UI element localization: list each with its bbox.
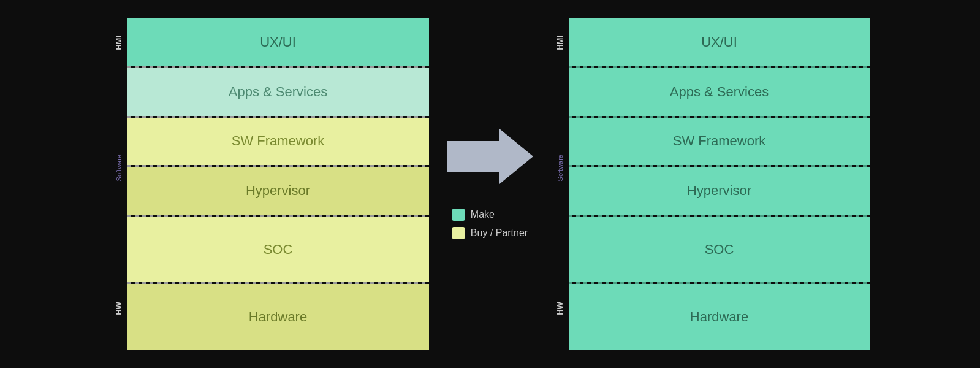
right-hmi-label: HMI (555, 36, 564, 50)
legend-buy-color (452, 227, 465, 239)
legend-buy-label: Buy / Partner (471, 228, 528, 239)
right-layer-swfw: SW Framework (569, 118, 870, 166)
left-hw-label: HW (114, 302, 123, 315)
legend-make: Make (452, 209, 528, 221)
right-diagram: HMI Software HW UX/UI Apps & Services SW… (552, 18, 870, 350)
right-layer-soc: SOC (569, 217, 870, 282)
left-layer-apps: Apps & Services (127, 68, 429, 116)
left-hmi-label: HMI (114, 36, 123, 50)
left-diagram: HMI Software HW UX/UI Apps & Services SW… (110, 18, 429, 350)
left-layer-hw: Hardware (127, 284, 429, 350)
main-container: HMI Software HW UX/UI Apps & Services SW… (0, 0, 980, 368)
right-layer-hyp: Hypervisor (569, 167, 870, 215)
legend-make-color (452, 209, 465, 221)
left-layer-hyp: Hypervisor (127, 167, 429, 215)
right-layer-hw: Hardware (569, 284, 870, 350)
left-layer-soc: SOC (127, 217, 429, 282)
legend: Make Buy / Partner (452, 209, 528, 239)
left-layers: UX/UI Apps & Services SW Framework Hyper… (127, 18, 429, 350)
arrow-icon (447, 129, 533, 184)
left-sw-label: Software (115, 155, 123, 181)
left-layer-swfw: SW Framework (127, 118, 429, 166)
center-section: Make Buy / Partner (429, 129, 552, 239)
right-layer-uxui: UX/UI (569, 18, 870, 66)
svg-marker-0 (447, 129, 533, 184)
right-layer-apps: Apps & Services (569, 68, 870, 116)
right-layers: UX/UI Apps & Services SW Framework Hyper… (569, 18, 870, 350)
legend-make-label: Make (471, 209, 495, 220)
left-layer-uxui: UX/UI (127, 18, 429, 66)
right-hw-label: HW (555, 302, 564, 315)
right-sw-label: Software (556, 155, 564, 181)
legend-buy: Buy / Partner (452, 227, 528, 239)
